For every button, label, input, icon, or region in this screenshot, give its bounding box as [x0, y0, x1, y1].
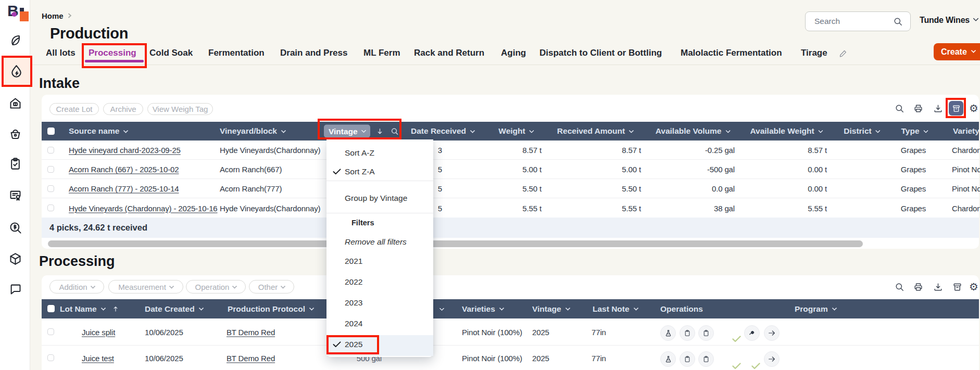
- row-checkbox[interactable]: [47, 185, 54, 192]
- other-button[interactable]: Other: [249, 280, 294, 294]
- protocol-link[interactable]: BT Demo Red: [227, 353, 275, 362]
- arrow-right-icon-button[interactable]: [764, 351, 780, 367]
- processing-col-last-note[interactable]: Last Note: [593, 304, 638, 314]
- clipboard-check-icon[interactable]: [8, 157, 22, 171]
- processing-print-icon[interactable]: [913, 282, 923, 292]
- processing-col-program[interactable]: Program: [795, 304, 836, 314]
- row-checkbox[interactable]: [47, 205, 54, 211]
- create-button[interactable]: Create: [934, 43, 980, 60]
- operation-button[interactable]: Operation: [186, 280, 246, 294]
- account-menu[interactable]: Tunde Wines: [920, 16, 970, 25]
- source-link[interactable]: Acorn Ranch (777) - 2025-10-14: [69, 184, 179, 193]
- intake-header-checkbox[interactable]: [47, 127, 55, 135]
- lot-link[interactable]: Juice split: [82, 327, 115, 336]
- addition-button[interactable]: Addition: [49, 280, 104, 294]
- row-checkbox[interactable]: [47, 354, 54, 361]
- archive-button[interactable]: Archive: [103, 103, 143, 115]
- basket-icon[interactable]: [8, 127, 22, 141]
- measurement-button[interactable]: Measurement: [108, 280, 183, 294]
- intake-table-header: Source name Vineyard/block Vintage Date …: [42, 122, 979, 141]
- processing-download-icon[interactable]: [933, 282, 943, 292]
- intake-download-icon[interactable]: [933, 104, 943, 113]
- processing-header-checkbox[interactable]: [47, 305, 55, 312]
- intake-col-type[interactable]: Type: [901, 126, 927, 136]
- tab-malolactic[interactable]: Malolactic Fermentation: [681, 48, 782, 58]
- processing-search-icon[interactable]: [895, 282, 904, 292]
- processing-archive-icon[interactable]: [952, 282, 962, 292]
- arrow-right-icon-button[interactable]: [764, 325, 780, 341]
- flask-icon-button[interactable]: [660, 351, 676, 367]
- intake-settings-gear-icon[interactable]: ⚙: [969, 103, 978, 113]
- protocol-link[interactable]: BT Demo Red: [227, 327, 275, 336]
- intake-search-icon[interactable]: [895, 104, 904, 113]
- tab-aging[interactable]: Aging: [501, 48, 526, 58]
- sort-asc-arrow-icon: [112, 305, 119, 313]
- tab-cold-soak[interactable]: Cold Soak: [149, 48, 193, 58]
- intake-col-available-weight[interactable]: Available Weight: [750, 126, 822, 136]
- source-link[interactable]: Hyde vineyard chard-2023-09-25: [69, 146, 181, 155]
- tab-all-lots[interactable]: All lots: [46, 48, 76, 58]
- menu-item-year-2023[interactable]: 2023: [345, 298, 362, 308]
- search-box[interactable]: Search: [805, 11, 911, 31]
- intake-col-weight[interactable]: Weight: [498, 126, 533, 136]
- warehouse-icon[interactable]: [8, 96, 22, 110]
- processing-col-production-protocol[interactable]: Production Protocol: [228, 304, 313, 314]
- clipboard-icon-button[interactable]: [680, 325, 695, 341]
- intake-hscrollbar[interactable]: [48, 240, 863, 247]
- intake-col-available-volume[interactable]: Available Volume: [656, 126, 730, 136]
- breadcrumb[interactable]: Home: [42, 11, 64, 20]
- clipboard-icon-button[interactable]: [680, 351, 695, 367]
- processing-col-volume-chevron[interactable]: [440, 307, 444, 311]
- tab-fermentation[interactable]: Fermentation: [208, 48, 265, 58]
- intake-col-source-name[interactable]: Source name: [69, 126, 128, 136]
- intake-col-variety[interactable]: Variety: [953, 126, 980, 136]
- source-link[interactable]: Acorn Ranch (667) - 2025-10-02: [69, 165, 179, 174]
- menu-item-year-2022[interactable]: 2022: [345, 277, 362, 287]
- annotation-box-sidebar-production: [2, 56, 32, 87]
- tab-ml-ferm[interactable]: ML Ferm: [363, 48, 400, 58]
- menu-item-year-2021[interactable]: 2021: [345, 257, 362, 266]
- intake-col-received-amount[interactable]: Received Amount: [557, 126, 633, 136]
- clipboard-icon-button[interactable]: [698, 351, 714, 367]
- lot-link[interactable]: Juice test: [82, 353, 114, 362]
- tab-dispatch[interactable]: Dispatch to Client or Bottling: [539, 48, 662, 58]
- intake-col-date-received[interactable]: Date Received: [411, 126, 474, 136]
- leaf-icon[interactable]: [8, 33, 22, 47]
- menu-item-group-by-vintage[interactable]: Group by Vintage: [345, 194, 407, 203]
- menu-item-remove-all-filters[interactable]: Remove all filters: [345, 237, 407, 247]
- processing-col-vintage[interactable]: Vintage: [532, 304, 570, 314]
- wine-sample-icon-button[interactable]: [744, 325, 760, 341]
- view-weigh-tag-button[interactable]: View Weigh Tag: [147, 103, 213, 115]
- menu-item-year-2024[interactable]: 2024: [345, 319, 362, 328]
- menu-item-sort-az[interactable]: Sort A-Z: [345, 148, 374, 158]
- create-lot-button[interactable]: Create Lot: [49, 103, 99, 115]
- intake-col-district[interactable]: District: [844, 126, 880, 136]
- certificate-icon[interactable]: [8, 188, 22, 202]
- row-checkbox[interactable]: [47, 147, 54, 154]
- intake-print-icon[interactable]: [913, 104, 923, 113]
- flask-icon-button[interactable]: [660, 325, 676, 341]
- source-link[interactable]: Hyde Vineyards (Chardonnay) - 2025-10-16: [69, 203, 218, 212]
- row-checkbox[interactable]: [47, 328, 54, 335]
- tab-tirage[interactable]: Tirage: [801, 48, 827, 58]
- edit-tabs-pencil-icon[interactable]: [839, 49, 848, 58]
- processing-settings-gear-icon[interactable]: ⚙: [969, 282, 978, 292]
- app-logo[interactable]: B: [7, 5, 30, 23]
- chat-icon[interactable]: [8, 282, 22, 296]
- green-check-icon: [751, 363, 760, 369]
- processing-col-varieties[interactable]: Varieties: [462, 304, 504, 314]
- row-checkbox[interactable]: [47, 166, 54, 173]
- check-icon: [333, 169, 341, 175]
- search-dollar-icon[interactable]: [8, 221, 22, 235]
- clipboard-icon-button[interactable]: [698, 325, 714, 341]
- processing-col-lot-name[interactable]: Lot Name: [60, 304, 119, 314]
- tab-drain-and-press[interactable]: Drain and Press: [280, 48, 347, 58]
- processing-col-date-created[interactable]: Date Created: [145, 304, 203, 314]
- processing-col-operations[interactable]: Operations: [660, 304, 703, 314]
- account-chevron-icon: [973, 16, 978, 21]
- package-icon[interactable]: [8, 252, 22, 266]
- menu-item-sort-za[interactable]: Sort Z-A: [345, 167, 375, 176]
- intake-col-vineyard-block[interactable]: Vineyard/block: [220, 126, 285, 136]
- vintage-dropdown-menu: Sort A-Z Sort Z-A Group by Vintage Filte…: [326, 139, 433, 357]
- tab-rack-and-return[interactable]: Rack and Return: [414, 48, 484, 58]
